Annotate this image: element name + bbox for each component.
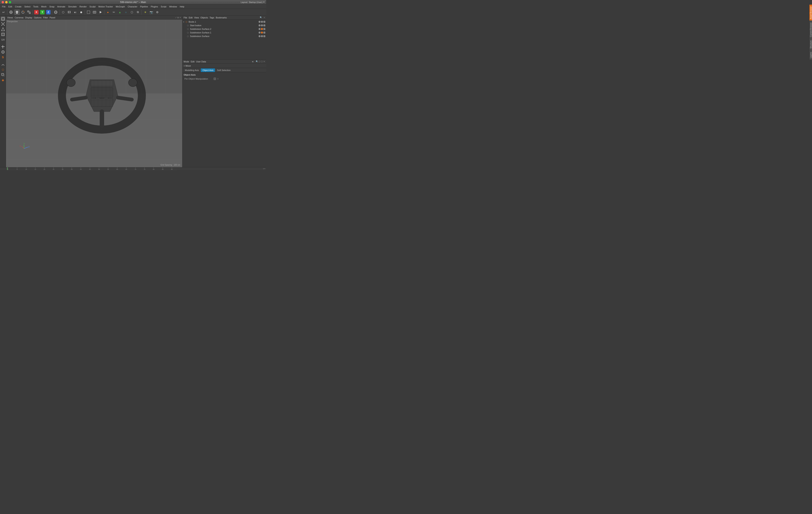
anim-btn3[interactable]: ⏯ <box>72 9 78 15</box>
vp-menu-display[interactable]: Display <box>25 17 32 19</box>
obj-check-dot-subdiv[interactable] <box>263 35 265 37</box>
menu-motion-tracker[interactable]: Motion Tracker <box>97 5 114 8</box>
uvw-mode-btn[interactable]: UV <box>1 37 5 42</box>
menu-select[interactable]: Select <box>23 5 32 8</box>
render-view[interactable] <box>92 9 97 15</box>
props-collapse-icon[interactable]: ◀ <box>252 60 253 62</box>
settings-btn[interactable]: ⚙ <box>154 9 160 15</box>
z-axis-button[interactable]: Z <box>46 9 51 15</box>
menu-create[interactable]: Create <box>14 5 23 8</box>
layout-selector[interactable]: Layout: Startup (User) ▾ <box>241 1 264 3</box>
obj-row-subdiv2[interactable]: ⬡ Subdivision Surface.2 <box>182 27 266 31</box>
menu-window[interactable]: Window <box>168 5 178 8</box>
vp-menu-panel[interactable]: Panel <box>50 17 55 19</box>
obj-menu-view[interactable]: View <box>194 17 199 19</box>
brush-tool[interactable]: ● <box>105 9 111 15</box>
obj-render-dot-start[interactable] <box>261 24 263 26</box>
menu-character[interactable]: Character <box>126 5 139 8</box>
timeline-playhead[interactable] <box>7 167 8 170</box>
obj-menu-file[interactable]: File <box>184 17 187 19</box>
camera-btn[interactable]: 📷 <box>148 9 154 15</box>
vp-menu-options[interactable]: Options <box>34 17 41 19</box>
anim-btn2[interactable]: 🎞 <box>66 9 72 15</box>
move-tool-button[interactable] <box>8 9 14 15</box>
obj-render-dot[interactable] <box>261 21 263 23</box>
obj-vis-dot-subdiv1[interactable] <box>259 32 261 34</box>
obj-vis-dot-start[interactable] <box>259 24 261 26</box>
obj-render-dot-subdiv[interactable] <box>261 35 263 37</box>
obj-render-dot-subdiv1[interactable] <box>261 32 263 34</box>
obj-check-dot-start[interactable] <box>263 24 265 26</box>
tab-modelling-axis[interactable]: Modelling Axis <box>183 69 200 72</box>
scale-button[interactable] <box>26 9 32 15</box>
menu-snap[interactable]: Snap <box>48 5 56 8</box>
menu-script[interactable]: Script <box>160 5 168 8</box>
vp-menu-filter[interactable]: Filter <box>43 17 48 19</box>
obj-menu-tags[interactable]: Tags <box>210 17 214 19</box>
deform-btn[interactable] <box>1 62 5 67</box>
vp-menu-views[interactable]: Views <box>7 17 13 19</box>
props-menu-mode[interactable]: Mode <box>184 60 189 63</box>
maximize-button[interactable] <box>9 1 11 3</box>
menu-pipeline[interactable]: Pipeline <box>139 5 149 8</box>
menu-mesh[interactable]: Mesh <box>40 5 48 8</box>
snapping-btn[interactable] <box>1 50 5 54</box>
vp-menu-cameras[interactable]: Cameras <box>14 17 24 19</box>
menu-edit[interactable]: Edit <box>7 5 13 8</box>
point-mode-btn[interactable] <box>1 22 5 26</box>
obj-check-dot-subdiv2[interactable] <box>263 28 265 30</box>
close-button[interactable] <box>2 1 4 3</box>
y-axis-button[interactable]: Y <box>39 9 45 15</box>
snap-tool[interactable]: ⧉ <box>135 9 141 15</box>
world-coords-button[interactable] <box>53 9 59 15</box>
poly-tool[interactable]: ⬡ <box>129 9 135 15</box>
menu-file[interactable]: File <box>1 5 7 8</box>
obj-row-subdiv[interactable]: ⬡ Subdivision Surface <box>182 34 266 38</box>
props-menu-userdata[interactable]: User Data <box>196 60 206 63</box>
menu-help[interactable]: Help <box>179 5 185 8</box>
per-object-checkbox[interactable] <box>213 78 216 80</box>
keyframe-btn[interactable]: ⬡ <box>60 9 66 15</box>
select-move-button[interactable] <box>14 9 20 15</box>
object-mode-btn[interactable] <box>1 17 5 21</box>
obj-row-boole[interactable]: ▾ ⬡ Boole.1 <box>182 20 266 24</box>
obj-row-subdiv1[interactable]: ⬡ Subdivision Surface.1 <box>182 31 266 34</box>
render-all[interactable] <box>98 9 103 15</box>
tab-object-axis[interactable]: Object Axis <box>201 69 215 72</box>
undo-button[interactable]: ↩ <box>1 9 6 15</box>
knife-tool[interactable]: ✂ <box>111 9 117 15</box>
obj-vis-dot[interactable] <box>259 21 261 23</box>
minimize-button[interactable] <box>5 1 8 3</box>
tag-btn[interactable] <box>1 73 5 77</box>
layer-icon[interactable]: ≡ <box>264 17 265 19</box>
texture-btn[interactable]: ⬡ <box>1 67 5 72</box>
rotate-button[interactable] <box>20 9 26 15</box>
s-btn[interactable]: S <box>1 55 5 60</box>
menu-tools[interactable]: Tools <box>32 5 39 8</box>
menu-sculpt[interactable]: Sculpt <box>88 5 97 8</box>
props-menu-edit[interactable]: Edit <box>191 60 195 63</box>
material-btn[interactable]: ◉ <box>1 78 5 82</box>
menu-plugins[interactable]: Plugins <box>149 5 159 8</box>
obj-render-dot-subdiv2[interactable] <box>261 28 263 30</box>
obj-vis-dot-subdiv[interactable] <box>259 35 261 37</box>
edge-mode-btn[interactable] <box>1 27 5 32</box>
anim-btn4[interactable]: ⏺ <box>78 9 84 15</box>
obj-menu-objects[interactable]: Objects <box>200 17 208 19</box>
loop-tool[interactable]: ○ <box>123 9 129 15</box>
search-icon[interactable]: 🔍 <box>260 17 262 19</box>
menu-simulate[interactable]: Simulate <box>67 5 78 8</box>
menu-render[interactable]: Render <box>78 5 88 8</box>
viewport-expand-icon[interactable]: ⤢ ⊞ ✕ <box>175 17 181 19</box>
poly-mode-btn[interactable] <box>1 32 5 37</box>
x-axis-button[interactable]: X <box>34 9 39 15</box>
obj-vis-dot-subdiv2[interactable] <box>259 28 261 30</box>
obj-check-dot-subdiv1[interactable] <box>263 32 265 34</box>
menu-mograph[interactable]: MoGraph <box>115 5 126 8</box>
obj-row-start[interactable]: ⬡ Start button <box>182 24 266 27</box>
menu-animate[interactable]: Animate <box>56 5 66 8</box>
light-btn[interactable]: ☀ <box>142 9 148 15</box>
workspace-btn[interactable] <box>1 45 5 49</box>
extrude-tool[interactable]: ▲ <box>117 9 123 15</box>
obj-check-dot[interactable] <box>263 21 265 23</box>
